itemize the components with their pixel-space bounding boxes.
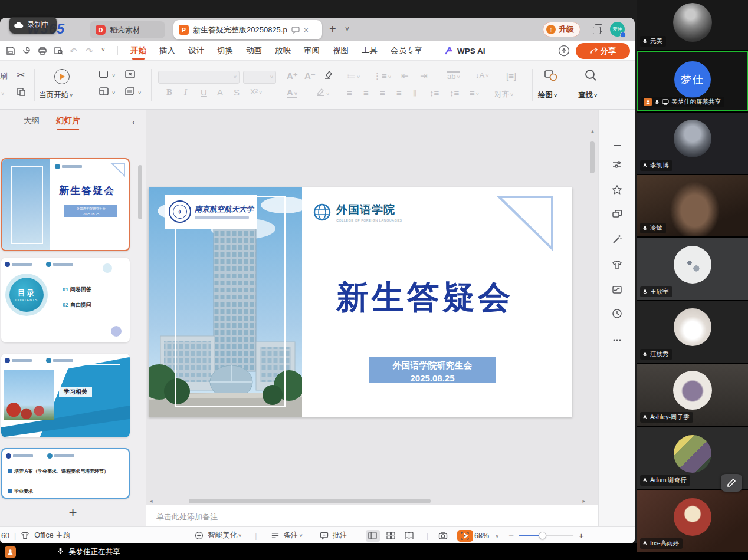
upgrade-button[interactable]: ↑ 升级 <box>543 22 580 37</box>
reset-slide-icon[interactable] <box>125 70 135 80</box>
scroll-right-icon[interactable]: ▸ <box>582 498 585 504</box>
play-from-current-icon[interactable] <box>54 69 70 84</box>
menu-design[interactable]: 设计 <box>182 41 211 61</box>
print-preview-icon[interactable] <box>54 46 64 56</box>
user-avatar[interactable]: 梦佳 <box>610 22 625 37</box>
normal-view-button[interactable] <box>366 530 380 542</box>
save-icon[interactable] <box>6 46 16 56</box>
comments-button[interactable]: 批注 <box>333 531 347 541</box>
tab-outline[interactable]: 大纲 <box>24 116 40 126</box>
theme-skin-icon[interactable] <box>612 259 622 270</box>
zoom-slider[interactable] <box>519 535 573 536</box>
reading-view-button[interactable] <box>402 530 416 542</box>
section-caret-icon[interactable] <box>137 88 141 97</box>
layout-caret-icon[interactable] <box>111 88 115 97</box>
zoom-caret-icon[interactable] <box>494 532 498 540</box>
thumb3-univ-logo <box>5 358 32 363</box>
menu-tools[interactable]: 工具 <box>355 41 384 61</box>
scroll-left-icon[interactable]: ◂ <box>150 498 153 504</box>
selection-pane-icon[interactable] <box>612 209 622 220</box>
collapse-panel-icon[interactable]: ‹ <box>132 117 135 127</box>
tab-slides[interactable]: 幻灯片 <box>56 116 80 126</box>
participant-tile[interactable]: 元美 <box>637 0 748 50</box>
collapse-pane-icon[interactable] <box>612 140 622 151</box>
tab-list-caret-icon[interactable]: ˅ <box>345 25 349 34</box>
menu-transition[interactable]: 切换 <box>211 41 240 61</box>
paste-caret-icon[interactable] <box>0 89 4 97</box>
signature-icon[interactable] <box>612 284 622 295</box>
share-button[interactable]: 分享 <box>576 43 630 59</box>
participant-tile-sharing[interactable]: 梦佳 吴梦佳的屏幕共享 <box>637 51 748 111</box>
clear-format-icon[interactable] <box>323 70 333 81</box>
section-icon[interactable] <box>125 87 134 97</box>
menu-insert[interactable]: 插入 <box>153 41 182 61</box>
slide-sorter-view-button[interactable] <box>384 530 398 542</box>
menu-animation[interactable]: 动画 <box>240 41 268 61</box>
zoom-slider-knob[interactable] <box>539 532 546 539</box>
scroll-up-icon[interactable]: ▲ <box>590 129 595 134</box>
phone-remote-icon[interactable] <box>438 531 447 540</box>
horizontal-scrollbar[interactable] <box>189 499 431 503</box>
zoom-level[interactable]: 68% <box>474 532 489 540</box>
start-current-page-button[interactable]: 当页开始 <box>39 90 73 100</box>
participant-tile-video[interactable]: 冷敏 <box>637 175 748 236</box>
slide-page[interactable]: ✈ 南京航空航天大学 外国语学院 CO <box>149 187 572 417</box>
slide-layout-icon[interactable] <box>99 87 109 97</box>
fit-slide-icon[interactable] <box>460 531 469 540</box>
output-icon[interactable] <box>22 46 32 56</box>
smart-effects-icon[interactable] <box>612 234 622 245</box>
slide-canvas[interactable]: ✈ 南京航空航天大学 外国语学院 CO <box>146 110 598 505</box>
panel-scrollbar[interactable] <box>138 165 142 219</box>
office-theme-label[interactable]: Office 主题 <box>34 531 70 541</box>
participant-tile[interactable]: Ashley-周子雯 <box>637 364 748 426</box>
thumb4-univ-logo <box>6 453 33 459</box>
comment-bubble-icon[interactable] <box>291 27 300 34</box>
close-tab-icon[interactable]: × <box>304 26 309 34</box>
print-icon[interactable] <box>38 46 48 56</box>
slide-thumbnail-1[interactable]: 新生答疑会 外国语学院研究生会 2025.08.25 <box>1 158 130 251</box>
menu-review[interactable]: 审阅 <box>297 41 326 61</box>
object-properties-icon[interactable] <box>612 159 622 170</box>
notes-area[interactable]: 单击此处添加备注 <box>146 505 598 526</box>
notes-button[interactable]: 备注 <box>284 531 303 541</box>
new-slide-icon[interactable] <box>99 70 108 79</box>
menu-slideshow[interactable]: 放映 <box>268 41 297 61</box>
favorites-icon[interactable] <box>612 185 622 195</box>
text-placeholder-icon: [≡] <box>506 71 516 80</box>
menu-member[interactable]: 会员专享 <box>384 41 429 61</box>
add-slide-button[interactable]: + <box>68 504 77 520</box>
cloud-upload-icon[interactable] <box>558 45 570 57</box>
participant-tile[interactable]: 汪枝秀 <box>637 301 748 363</box>
more-tools-icon[interactable] <box>612 335 622 345</box>
tab-document-active[interactable]: P 新生答疑完整版20250825.p × <box>173 20 322 39</box>
divider <box>339 69 339 101</box>
menu-wps-ai[interactable]: WPS AI <box>441 47 485 55</box>
participant-tile[interactable]: 李凯博 <box>637 113 748 174</box>
tab-docer[interactable]: D 稻壳素材 <box>90 21 165 38</box>
find-icon[interactable] <box>584 68 598 83</box>
vertical-scrollbar[interactable] <box>590 141 595 173</box>
slide-thumbnail-2[interactable]: 目录 CONTENTS 01问卷回答 02自由提问 <box>1 258 130 342</box>
new-tab-button[interactable]: + <box>329 22 336 36</box>
quickbar-caret-icon[interactable]: ˅ <box>101 47 111 57</box>
beautify-button[interactable]: 智能美化 <box>208 531 241 541</box>
menu-home[interactable]: 开始 <box>124 41 153 61</box>
draw-shapes-icon[interactable] <box>544 69 558 83</box>
zoom-in-button[interactable]: + <box>579 531 584 541</box>
format-painter-button[interactable]: 刷 <box>0 71 8 81</box>
menu-view[interactable]: 视图 <box>326 41 355 61</box>
find-button[interactable]: 查找 <box>578 90 597 100</box>
annotation-pen-button[interactable] <box>721 474 742 492</box>
copy-icon[interactable] <box>17 87 26 98</box>
draw-button[interactable]: 绘图 <box>538 90 557 100</box>
slide-thumbnail-3[interactable]: 学习相关 <box>1 354 130 437</box>
cut-icon[interactable]: ✂ <box>17 70 25 80</box>
history-icon[interactable] <box>612 308 622 319</box>
window-tab-bar: W365 D 稻壳素材 P 新生答疑完整版20250825.p × + ˅ ↑ … <box>0 18 635 41</box>
window-restore-icon[interactable] <box>593 24 602 34</box>
participant-tile[interactable]: Iris-高雨婷 <box>637 490 748 552</box>
zoom-out-button[interactable]: − <box>508 531 514 541</box>
slide-thumbnail-4[interactable]: 培养方案（学分要求、课程要求与培养环节） 毕业要求 <box>1 448 130 499</box>
participant-tile[interactable]: 王欣宇 <box>637 238 748 300</box>
new-slide-caret-icon[interactable] <box>111 71 115 80</box>
